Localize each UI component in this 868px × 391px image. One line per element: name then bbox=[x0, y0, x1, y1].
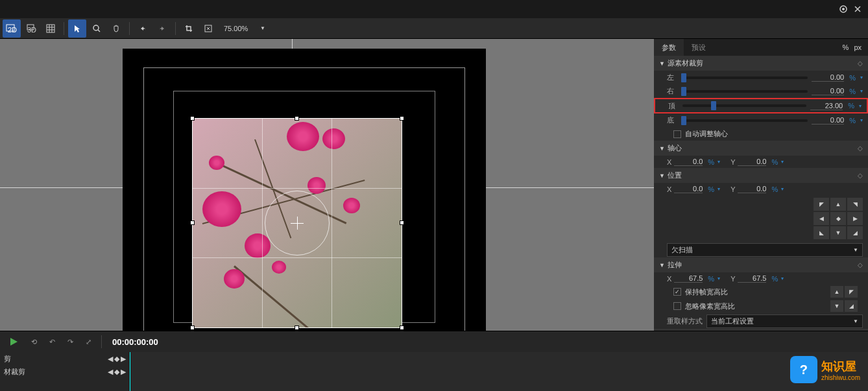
crop-bottom-slider[interactable] bbox=[681, 119, 808, 122]
next-button[interactable]: ↷ bbox=[62, 334, 78, 350]
fit-down-icon[interactable]: ▼ bbox=[830, 300, 843, 312]
section-stretch-header[interactable]: ▼拉伸◇ bbox=[654, 257, 868, 272]
crop-right-slider[interactable] bbox=[681, 90, 808, 93]
svg-text:3D: 3D bbox=[27, 26, 36, 34]
pivot-y-value[interactable]: 0.0 bbox=[738, 158, 766, 166]
handle-bot-mid[interactable] bbox=[295, 326, 299, 330]
section-crop-header[interactable]: ▼ 源素材裁剪 ◇ bbox=[654, 56, 868, 71]
track-area[interactable] bbox=[130, 352, 868, 391]
handle-top-mid[interactable] bbox=[295, 116, 299, 121]
resample-dropdown[interactable]: 当前工程设置▼ bbox=[706, 314, 863, 328]
nudge-w[interactable]: ◀ bbox=[814, 212, 829, 225]
selection-box[interactable] bbox=[192, 118, 402, 328]
redo-button[interactable] bbox=[153, 19, 171, 38]
handle-top-left[interactable] bbox=[190, 116, 195, 121]
nudge-n[interactable]: ▲ bbox=[830, 198, 846, 211]
keyframe-icon[interactable]: ◇ bbox=[858, 261, 863, 268]
track-headers: 剪◀◆▶ 材裁剪◀◆▶ bbox=[0, 352, 130, 391]
loop-button[interactable]: ⟲ bbox=[26, 334, 42, 350]
track-row[interactable]: 剪◀◆▶ bbox=[0, 352, 130, 365]
position-y-value[interactable]: 0.0 bbox=[738, 185, 766, 193]
crop-bottom-value[interactable]: 0.00 bbox=[812, 116, 844, 124]
fit-up-icon[interactable]: ▲ bbox=[830, 286, 843, 298]
timecode-display[interactable]: 00:00:00:00 bbox=[112, 337, 158, 347]
fit-corner-icon[interactable]: ◤ bbox=[845, 286, 858, 298]
svg-point-11 bbox=[93, 25, 99, 30]
crop-top-slider[interactable] bbox=[682, 104, 806, 107]
nudge-s[interactable]: ▼ bbox=[830, 226, 846, 239]
unit-percent[interactable]: % bbox=[843, 43, 849, 51]
stretch-y-value[interactable]: 67.5 bbox=[738, 274, 766, 283]
svg-rect-4 bbox=[27, 25, 34, 30]
keyframe-icon[interactable]: ◇ bbox=[858, 145, 863, 152]
tab-params[interactable]: 参数 bbox=[654, 39, 684, 56]
svg-rect-13 bbox=[205, 25, 211, 32]
auto-center-checkbox[interactable] bbox=[673, 130, 681, 138]
nudge-sw[interactable]: ◣ bbox=[814, 226, 829, 239]
section-rotate-header[interactable]: ▶旋转◇ bbox=[654, 329, 868, 331]
unit-pixels[interactable]: px bbox=[854, 43, 862, 51]
handle-top-right[interactable] bbox=[400, 116, 404, 121]
nudge-se[interactable]: ◢ bbox=[847, 226, 863, 239]
zoom-value[interactable]: 75.00% bbox=[224, 25, 256, 32]
section-pivot-header[interactable]: ▼轴心◇ bbox=[654, 141, 868, 156]
canvas-viewport[interactable] bbox=[0, 39, 654, 331]
crop-right-value[interactable]: 0.00 bbox=[812, 87, 844, 95]
crop-left-label: 左 bbox=[667, 73, 677, 82]
ignore-pixel-checkbox[interactable] bbox=[673, 302, 681, 310]
pivot-xy-row: X 0.0%▾ Y 0.0%▾ bbox=[654, 156, 868, 168]
main-toolbar: 2D 3D 75.00% ▼ bbox=[0, 18, 868, 39]
crop-tool-icon[interactable] bbox=[180, 19, 198, 38]
crop-bottom-row: 底 0.00%▾ bbox=[654, 113, 868, 127]
section-crop-title: 源素材裁剪 bbox=[668, 58, 855, 68]
svg-point-1 bbox=[842, 8, 845, 10]
hand-tool-icon[interactable] bbox=[107, 19, 125, 38]
crop-top-row: 顶 23.00%▾ bbox=[654, 98, 868, 113]
stretch-x-value[interactable]: 67.5 bbox=[674, 274, 703, 283]
svg-point-0 bbox=[840, 6, 847, 12]
crop-left-value[interactable]: 0.00 bbox=[812, 73, 844, 82]
svg-rect-2 bbox=[6, 25, 14, 31]
crop-left-slider[interactable] bbox=[681, 77, 808, 79]
handle-mid-right[interactable] bbox=[400, 220, 404, 225]
pivot-x-value[interactable]: 0.0 bbox=[674, 158, 703, 166]
keep-ratio-label: 保持帧宽高比 bbox=[685, 287, 728, 297]
keyframe-icon[interactable]: ◇ bbox=[858, 60, 863, 67]
nudge-e[interactable]: ▶ bbox=[847, 212, 863, 225]
keyframe-icon[interactable]: ◇ bbox=[858, 172, 863, 179]
section-position-header[interactable]: ▼位置◇ bbox=[654, 168, 868, 183]
nudge-ne[interactable]: ◥ bbox=[847, 198, 863, 211]
nudge-nw[interactable]: ◤ bbox=[814, 198, 829, 211]
position-xy-row: X 0.0%▾ Y 0.0%▾ bbox=[654, 183, 868, 195]
crop-top-value[interactable]: 23.00 bbox=[810, 102, 843, 110]
mode-2d-button[interactable]: 2D bbox=[3, 19, 21, 38]
prev-button[interactable]: ↶ bbox=[44, 334, 60, 350]
ignore-pixel-label: 忽略像素宽高比 bbox=[685, 302, 735, 311]
fit-corner2-icon[interactable]: ◢ bbox=[845, 300, 858, 312]
effect-tool-icon[interactable] bbox=[199, 19, 217, 38]
handle-mid-left[interactable] bbox=[190, 220, 195, 225]
position-x-value[interactable]: 0.0 bbox=[674, 185, 703, 193]
overscan-dropdown[interactable]: 欠扫描▼ bbox=[667, 243, 863, 257]
pointer-tool[interactable] bbox=[68, 19, 86, 38]
handle-bot-right[interactable] bbox=[400, 326, 404, 330]
mark-button[interactable]: ⤢ bbox=[80, 334, 96, 350]
canvas-frame bbox=[123, 49, 486, 331]
grid-button[interactable] bbox=[42, 19, 60, 38]
play-button[interactable] bbox=[4, 334, 23, 350]
settings-icon[interactable] bbox=[838, 4, 849, 14]
zoom-dropdown-icon[interactable]: ▼ bbox=[260, 25, 265, 31]
handle-bot-left[interactable] bbox=[190, 326, 195, 330]
close-icon[interactable] bbox=[852, 4, 863, 14]
tab-presets[interactable]: 预设 bbox=[684, 39, 714, 56]
zoom-tool-icon[interactable] bbox=[88, 19, 106, 38]
crop-right-label: 右 bbox=[667, 86, 677, 96]
nudge-controls: ◤▲◥ ◀◆▶ ◣▼◢ bbox=[654, 195, 868, 242]
crop-top-label: 顶 bbox=[668, 101, 679, 111]
track-row[interactable]: 材裁剪◀◆▶ bbox=[0, 365, 130, 378]
nudge-center[interactable]: ◆ bbox=[830, 212, 846, 225]
keep-ratio-checkbox[interactable]: ✓ bbox=[673, 288, 681, 296]
mode-3d-button[interactable]: 3D bbox=[22, 19, 40, 38]
crop-bottom-label: 底 bbox=[667, 115, 677, 125]
undo-button[interactable] bbox=[134, 19, 152, 38]
